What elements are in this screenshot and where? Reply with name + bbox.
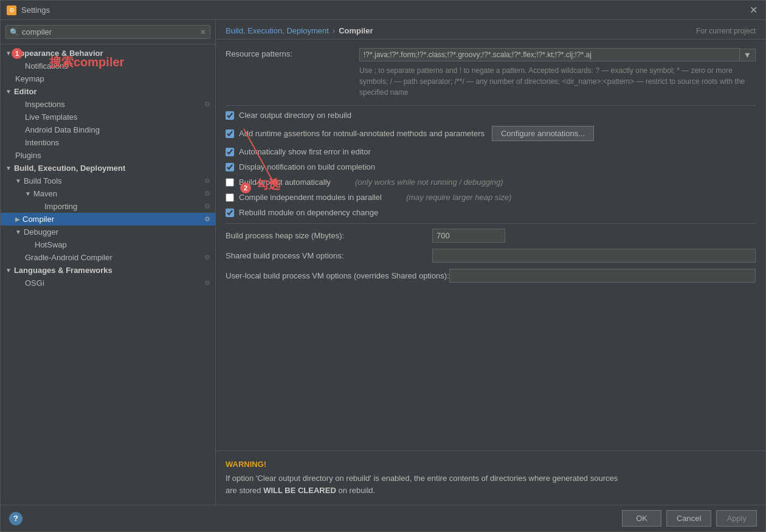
sidebar-item-label: Maven	[33, 189, 57, 198]
resource-expand-button[interactable]: ▼	[740, 49, 756, 61]
warning-title: WARNING!	[226, 460, 756, 469]
rebuild-module-checkbox[interactable]	[226, 209, 234, 217]
configure-annotations-button[interactable]: Configure annotations...	[492, 126, 594, 141]
right-panel: Build, Execution, Deployment › Compiler …	[216, 20, 765, 505]
divider-2	[226, 223, 756, 224]
close-button[interactable]: ✕	[747, 4, 759, 16]
expand-arrow-icon: ▼	[5, 165, 12, 171]
sidebar-item-gradle-android[interactable]: Gradle-Android Compiler ⚙	[1, 251, 215, 264]
sidebar-item-keymap[interactable]: Keymap	[1, 72, 215, 85]
compile-parallel-checkbox[interactable]	[226, 193, 234, 202]
sidebar-item-live-templates[interactable]: Live Templates	[1, 111, 215, 123]
expand-arrow-icon: ▼	[15, 229, 21, 235]
settings-icon: ⚙	[204, 190, 210, 198]
sidebar-item-label: OSGi	[25, 278, 44, 288]
sidebar-item-plugins[interactable]: Plugins	[1, 149, 215, 162]
compile-parallel-note: (may require larger heap size)	[406, 193, 511, 202]
user-vm-label: User-local build process VM options (ove…	[226, 271, 449, 280]
build-auto-note: (only works while not running / debuggin…	[355, 178, 503, 187]
expand-arrow-icon: ▶	[15, 216, 20, 223]
heap-size-input[interactable]	[432, 229, 505, 243]
sidebar-item-editor[interactable]: ▼ Editor	[1, 85, 215, 98]
checkbox-display-notification[interactable]: Display notification on build completion	[226, 162, 756, 171]
sidebar-item-label: Notifications	[25, 61, 68, 71]
cancel-button[interactable]: Cancel	[666, 510, 711, 527]
search-input-wrap[interactable]: 🔍 ✕	[5, 25, 210, 39]
main-content: 🔍 ✕ ▼ Appearance & Behavior 1 Notificati…	[1, 20, 765, 505]
checkbox-runtime-assertions[interactable]: Add runtime assertions for notnull-annot…	[226, 126, 756, 141]
right-content: Resource patterns: ▼ Use ; to separate p…	[216, 40, 765, 451]
checkbox-show-first-error[interactable]: Automatically show first error in editor	[226, 147, 756, 156]
ok-button[interactable]: OK	[622, 510, 661, 527]
expand-arrow-icon: ▼	[5, 50, 12, 57]
settings-icon: ⚙	[204, 100, 210, 108]
sidebar-item-importing[interactable]: Importing ⚙	[1, 200, 215, 213]
project-link[interactable]: For current project	[696, 27, 756, 35]
sidebar-item-label: Importing	[44, 202, 77, 211]
user-vm-input[interactable]	[449, 269, 756, 283]
sidebar-item-label: Editor	[14, 87, 37, 96]
annotation-2-badge: 2	[240, 182, 251, 193]
clear-output-checkbox[interactable]	[226, 111, 234, 120]
sidebar-item-languages[interactable]: ▼ Languages & Frameworks	[1, 264, 215, 277]
settings-icon: ⚙	[204, 215, 210, 223]
sidebar-item-label: Inspections	[25, 100, 65, 109]
sidebar-item-hotswap[interactable]: HotSwap	[1, 238, 215, 251]
right-header: Build, Execution, Deployment › Compiler …	[216, 20, 765, 40]
user-vm-row: User-local build process VM options (ove…	[226, 269, 756, 283]
sidebar-item-compiler[interactable]: ▶ Compiler ⚙	[1, 213, 215, 226]
display-notification-label: Display notification on build completion	[239, 162, 375, 171]
sidebar-item-label: Gradle-Android Compiler	[25, 253, 112, 262]
sidebar-item-build-tools[interactable]: ▼ Build Tools ⚙	[1, 174, 215, 187]
checkbox-compile-parallel-row: Compile independent modules in parallel …	[226, 193, 756, 202]
sidebar-item-osgi[interactable]: OSGi ⚙	[1, 277, 215, 289]
resource-patterns-row: Resource patterns: ▼ Use ; to separate p…	[226, 48, 756, 98]
breadcrumb: Build, Execution, Deployment › Compiler …	[226, 26, 756, 35]
help-button[interactable]: ?	[9, 512, 22, 525]
search-input[interactable]	[22, 27, 200, 36]
show-first-error-label: Automatically show first error in editor	[239, 147, 371, 156]
heap-size-row: Build process heap size (Mbytes):	[226, 229, 756, 243]
search-icon: 🔍	[10, 28, 19, 36]
warning-text: If option 'Clear output directory on reb…	[226, 472, 756, 496]
title-bar: ⚙ Settings ✕	[1, 1, 765, 20]
build-auto-checkbox[interactable]	[226, 178, 234, 187]
sidebar-item-debugger[interactable]: ▼ Debugger	[1, 226, 215, 238]
sidebar-item-notifications[interactable]: Notifications	[1, 60, 215, 72]
settings-icon: ⚙	[204, 254, 210, 261]
checkbox-build-auto-row: Build project automatically (only works …	[226, 178, 756, 187]
show-first-error-checkbox[interactable]	[226, 148, 234, 156]
sidebar-item-intentions[interactable]: Intentions	[1, 136, 215, 149]
clear-search-button[interactable]: ✕	[200, 28, 206, 36]
runtime-assertions-checkbox[interactable]	[226, 130, 234, 138]
annotation-1-badge: 1	[12, 48, 22, 59]
shared-vm-input[interactable]	[432, 249, 756, 263]
sidebar-item-android-data-binding[interactable]: Android Data Binding	[1, 123, 215, 136]
heap-size-label: Build process heap size (Mbytes):	[226, 231, 432, 240]
sidebar-item-label: Keymap	[15, 74, 44, 83]
divider	[226, 105, 756, 106]
resource-patterns-input[interactable]	[359, 48, 740, 61]
sidebar-item-build-execution[interactable]: ▼ Build, Execution, Deployment	[1, 162, 215, 174]
sidebar-item-inspections[interactable]: Inspections ⚙	[1, 98, 215, 111]
shared-vm-row: Shared build process VM options:	[226, 249, 756, 263]
rebuild-module-label: Rebuild module on dependency change	[239, 208, 378, 217]
bottom-bar: ? OK Cancel Apply	[1, 505, 765, 531]
sidebar-item-label: Android Data Binding	[25, 125, 100, 134]
expand-arrow-icon: ▼	[5, 88, 12, 95]
apply-button[interactable]: Apply	[716, 510, 757, 527]
sidebar-item-label: Build Tools	[24, 176, 62, 185]
resource-input-row: ▼	[359, 48, 756, 61]
clear-output-label: Clear output directory on rebuild	[239, 111, 351, 120]
display-notification-checkbox[interactable]	[226, 163, 234, 171]
breadcrumb-parent[interactable]: Build, Execution, Deployment	[226, 26, 329, 35]
checkbox-rebuild-module[interactable]: Rebuild module on dependency change	[226, 208, 756, 217]
checkbox-clear-output[interactable]: Clear output directory on rebuild	[226, 111, 756, 120]
sidebar-item-maven[interactable]: ▼ Maven ⚙	[1, 187, 215, 200]
sidebar-item-appearance[interactable]: ▼ Appearance & Behavior 1	[1, 47, 215, 60]
sidebar-item-label: Debugger	[24, 227, 58, 237]
sidebar-item-label: Appearance & Behavior	[14, 49, 103, 58]
resource-patterns-control: ▼ Use ; to separate patterns and ! to ne…	[359, 48, 756, 98]
checkbox-compile-parallel[interactable]: Compile independent modules in parallel	[226, 193, 382, 202]
settings-icon: ⚙	[204, 177, 210, 185]
